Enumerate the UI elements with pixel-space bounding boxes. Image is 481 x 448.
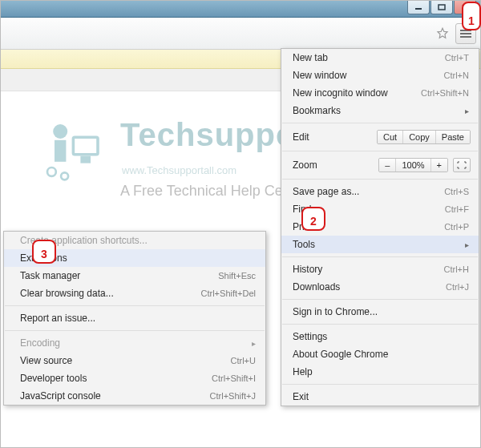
annotation-callout-1: 1 (462, 2, 481, 30)
menu-item-help[interactable]: Help (281, 363, 479, 381)
menu-label: Help (293, 366, 313, 377)
menu-separator (282, 151, 478, 151)
menu-row-zoom: Zoom – 100% + (281, 155, 479, 176)
menu-label: New incognito window (293, 87, 388, 99)
menu-separator (5, 305, 265, 306)
svg-rect-3 (55, 140, 66, 162)
menu-label: Exit (293, 391, 309, 402)
menu-row-edit: Edit Cut Copy Paste (281, 127, 479, 147)
menu-separator (282, 179, 478, 180)
submenu-item-report-issue[interactable]: Report an issue... (4, 309, 265, 327)
paste-button[interactable]: Paste (435, 131, 470, 143)
menu-label: Bookmarks (293, 105, 341, 116)
watermark-person-icon (40, 117, 112, 189)
menu-label: History (293, 264, 322, 275)
submenu-item-view-source[interactable]: View source Ctrl+U (4, 352, 265, 369)
annotation-callout-3: 3 (32, 240, 56, 264)
submenu-item-task-manager[interactable]: Task manager Shift+Esc (4, 267, 265, 285)
menu-shortcut: Ctrl+H (444, 264, 469, 274)
menu-item-new-tab[interactable]: New tab Ctrl+T (281, 49, 479, 67)
menu-item-new-window[interactable]: New window Ctrl+N (281, 67, 479, 84)
menu-item-save-page[interactable]: Save page as... Ctrl+S (281, 183, 479, 200)
menu-separator (282, 384, 478, 385)
annotation-callout-2: 2 (301, 207, 325, 231)
menu-label: About Google Chrome (293, 349, 388, 360)
menu-item-downloads[interactable]: Downloads Ctrl+J (281, 278, 479, 296)
menu-shortcut: Ctrl+Shift+J (210, 391, 256, 401)
zoom-value: 100% (395, 159, 430, 172)
fullscreen-button[interactable] (453, 158, 471, 172)
menu-item-bookmarks[interactable]: Bookmarks (281, 102, 479, 119)
submenu-item-encoding[interactable]: Encoding (4, 334, 265, 352)
svg-point-7 (61, 172, 68, 180)
svg-rect-4 (73, 137, 98, 155)
window-titlebar (0, 0, 481, 18)
svg-rect-0 (415, 8, 422, 10)
menu-shortcut: Ctrl+T (445, 53, 469, 63)
zoom-label: Zoom (293, 159, 317, 171)
zoom-in-button[interactable]: + (430, 159, 447, 172)
edit-button-group: Cut Copy Paste (377, 130, 471, 144)
menu-shortcut: Ctrl+U (231, 356, 256, 365)
copy-button[interactable]: Copy (402, 131, 435, 143)
bookmark-star-icon[interactable] (433, 24, 452, 43)
window-minimize-button[interactable] (407, 0, 430, 14)
menu-shortcut: Ctrl+Shift+I (212, 373, 256, 383)
menu-item-new-incognito[interactable]: New incognito window Ctrl+Shift+N (281, 84, 479, 102)
menu-label: Save page as... (293, 186, 359, 197)
menu-shortcut: Ctrl+Shift+Del (201, 289, 256, 298)
svg-rect-1 (439, 5, 445, 10)
menu-label: Tools (293, 239, 315, 250)
menu-label: New tab (293, 52, 328, 63)
edit-label: Edit (293, 131, 309, 143)
menu-label: Sign in to Chrome... (293, 306, 378, 317)
menu-separator (282, 256, 478, 257)
menu-label: Report an issue... (20, 313, 95, 324)
menu-separator (282, 299, 478, 300)
menu-shortcut: Shift+Esc (218, 271, 256, 281)
menu-item-about[interactable]: About Google Chrome (281, 345, 479, 363)
menu-label: Encoding (20, 337, 60, 349)
zoom-out-button[interactable]: – (379, 159, 395, 172)
menu-separator (5, 330, 265, 331)
svg-point-2 (53, 124, 67, 139)
menu-label: View source (20, 355, 72, 366)
menu-shortcut: Ctrl+P (444, 222, 469, 232)
submenu-item-clear-data[interactable]: Clear browsing data... Ctrl+Shift+Del (4, 285, 265, 302)
menu-label: Settings (293, 331, 327, 342)
menu-label: Clear browsing data... (20, 288, 114, 299)
menu-item-signin[interactable]: Sign in to Chrome... (281, 303, 479, 321)
submenu-item-developer-tools[interactable]: Developer tools Ctrl+Shift+I (4, 369, 265, 387)
menu-shortcut: Ctrl+Shift+N (421, 88, 469, 98)
menu-separator (282, 123, 478, 123)
menu-label: JavaScript console (20, 390, 101, 402)
menu-label: Developer tools (20, 373, 87, 384)
submenu-item-js-console[interactable]: JavaScript console Ctrl+Shift+J (4, 387, 265, 405)
svg-rect-5 (80, 156, 91, 163)
menu-separator (282, 324, 478, 325)
menu-label: New window (293, 70, 346, 81)
menu-shortcut: Ctrl+J (446, 282, 469, 292)
zoom-button-group: – 100% + (378, 158, 448, 172)
menu-shortcut: Ctrl+F (445, 204, 469, 214)
svg-point-6 (47, 167, 56, 176)
browser-toolbar (0, 18, 481, 50)
window-maximize-button[interactable] (430, 0, 453, 14)
cut-button[interactable]: Cut (378, 131, 402, 143)
menu-item-exit[interactable]: Exit (281, 388, 479, 406)
menu-label: Task manager (20, 270, 80, 281)
menu-item-tools[interactable]: Tools (281, 236, 479, 253)
menu-item-settings[interactable]: Settings (281, 328, 479, 345)
menu-shortcut: Ctrl+N (444, 71, 469, 80)
menu-label: Downloads (293, 281, 340, 293)
menu-item-history[interactable]: History Ctrl+H (281, 260, 479, 278)
menu-shortcut: Ctrl+S (444, 187, 469, 196)
